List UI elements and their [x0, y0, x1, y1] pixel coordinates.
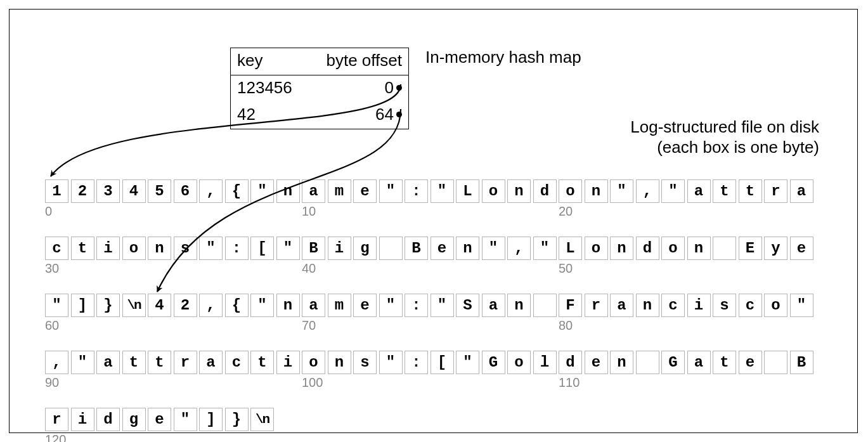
- byte-cell: 1: [45, 179, 68, 203]
- byte-cell: ": [199, 237, 223, 260]
- byte-cell: c: [661, 294, 685, 317]
- byte-cell: a: [687, 179, 711, 203]
- byte-cell: a: [687, 351, 711, 374]
- byte-cell: [: [431, 351, 454, 374]
- byte-cell: :: [405, 351, 428, 374]
- label-log-file-l1: Log-structured file on disk: [630, 117, 819, 137]
- byte-cell: 4: [122, 179, 146, 203]
- byte-cell: y: [764, 237, 787, 260]
- byte-row: c30tions":["B40ig Ben","L50ondon Eye: [45, 237, 831, 260]
- byte-cell: i: [96, 237, 120, 260]
- byte-cell: ]: [199, 408, 223, 431]
- byte-row: 1023456,{"na10me":"Londo20n","attra: [45, 179, 831, 203]
- byte-cell: ,: [636, 179, 659, 203]
- byte-cell: o: [764, 294, 787, 317]
- byte-cell: i: [687, 294, 711, 317]
- hash-map-row-0-offset: 0: [385, 79, 394, 96]
- byte-cell: a: [199, 351, 223, 374]
- byte-cell: a: [482, 294, 505, 317]
- byte-cell: [636, 351, 659, 374]
- byte-cell: 2: [71, 179, 94, 203]
- byte-cell: n: [585, 179, 608, 203]
- byte-cell: 2: [174, 294, 197, 317]
- byte-offset-tick: 0: [45, 204, 52, 219]
- byte-cell: S: [456, 294, 479, 317]
- byte-cell: n: [610, 351, 633, 374]
- byte-cell: ": [45, 294, 68, 317]
- hash-map-row-1: 42 64: [231, 102, 408, 129]
- byte-offset-tick: 20: [559, 204, 573, 219]
- byte-cell: s: [174, 237, 197, 260]
- hash-map-table: key byte offset 123456 0 42 64: [230, 48, 409, 129]
- byte-cell: \n: [122, 294, 146, 317]
- byte-cell: :: [405, 179, 428, 203]
- byte-cell: l: [533, 351, 557, 374]
- label-in-memory-hash-map: In-memory hash map: [425, 48, 581, 67]
- byte-cell: n: [276, 294, 300, 317]
- byte-cell: ": [250, 294, 274, 317]
- byte-cell: n: [148, 237, 171, 260]
- byte-offset-tick: 10: [302, 204, 316, 219]
- byte-cell: e: [739, 351, 762, 374]
- byte-cell: ": [661, 179, 685, 203]
- label-log-file-l2: (each box is one byte): [657, 138, 819, 157]
- byte-cell: B: [302, 237, 325, 260]
- hash-map-header-row: key byte offset: [231, 48, 408, 75]
- byte-cell: [533, 294, 557, 317]
- byte-cell: r: [764, 179, 787, 203]
- byte-cell: t: [713, 351, 736, 374]
- byte-cell: ": [533, 237, 557, 260]
- byte-cell: ": [610, 179, 633, 203]
- byte-cell: ": [379, 294, 403, 317]
- hash-map-header-offset: byte offset: [327, 52, 403, 68]
- byte-row: ,90"attractio100ns":["Gold110en Gate B: [45, 351, 831, 374]
- byte-cell: i: [71, 408, 94, 431]
- byte-grid: 1023456,{"na10me":"Londo20n","attrac30ti…: [45, 179, 831, 431]
- byte-cell: m: [328, 179, 351, 203]
- byte-cell: 4: [148, 294, 171, 317]
- byte-cell: s: [353, 351, 377, 374]
- byte-cell: ,: [45, 351, 68, 374]
- byte-cell: o: [661, 237, 685, 260]
- hash-map-row-0: 123456 0: [231, 75, 408, 102]
- byte-cell: d: [96, 408, 120, 431]
- byte-cell: G: [661, 351, 685, 374]
- byte-cell: {: [225, 179, 249, 203]
- byte-offset-tick: 100: [302, 375, 323, 390]
- byte-cell: d: [636, 237, 659, 260]
- byte-cell: ": [482, 237, 505, 260]
- byte-cell: ": [431, 179, 454, 203]
- byte-cell: n: [636, 294, 659, 317]
- byte-cell: n: [276, 179, 300, 203]
- byte-cell: ": [174, 408, 197, 431]
- byte-cell: r: [174, 351, 197, 374]
- byte-cell: o: [482, 179, 505, 203]
- hash-map-row-1-offset: 64: [375, 106, 394, 122]
- byte-cell: }: [225, 408, 249, 431]
- byte-offset-tick: 70: [302, 318, 316, 333]
- byte-cell: ": [250, 179, 274, 203]
- hash-map-row-1-key: 42: [237, 106, 256, 122]
- byte-cell: a: [790, 179, 813, 203]
- byte-cell: n: [328, 351, 351, 374]
- byte-offset-tick: 80: [559, 318, 573, 333]
- byte-cell: t: [739, 179, 762, 203]
- byte-cell: ]: [71, 294, 94, 317]
- byte-cell: i: [276, 351, 300, 374]
- byte-cell: B: [790, 351, 813, 374]
- byte-cell: [713, 237, 736, 260]
- byte-cell: n: [507, 179, 531, 203]
- byte-row: "60]}\n42,{"na70me":"San F80rancisco": [45, 294, 831, 317]
- byte-cell: ,: [507, 237, 531, 260]
- byte-cell: g: [353, 237, 377, 260]
- byte-cell: e: [353, 294, 377, 317]
- byte-cell: ,: [199, 294, 223, 317]
- byte-cell: e: [790, 237, 813, 260]
- byte-cell: r: [45, 408, 68, 431]
- byte-cell: ,: [199, 179, 223, 203]
- byte-cell: B: [405, 237, 428, 260]
- hash-map-row-0-offset-cell: 0: [385, 79, 402, 96]
- byte-cell: 5: [148, 179, 171, 203]
- hash-map-row-0-key: 123456: [237, 79, 292, 96]
- byte-cell: F: [559, 294, 582, 317]
